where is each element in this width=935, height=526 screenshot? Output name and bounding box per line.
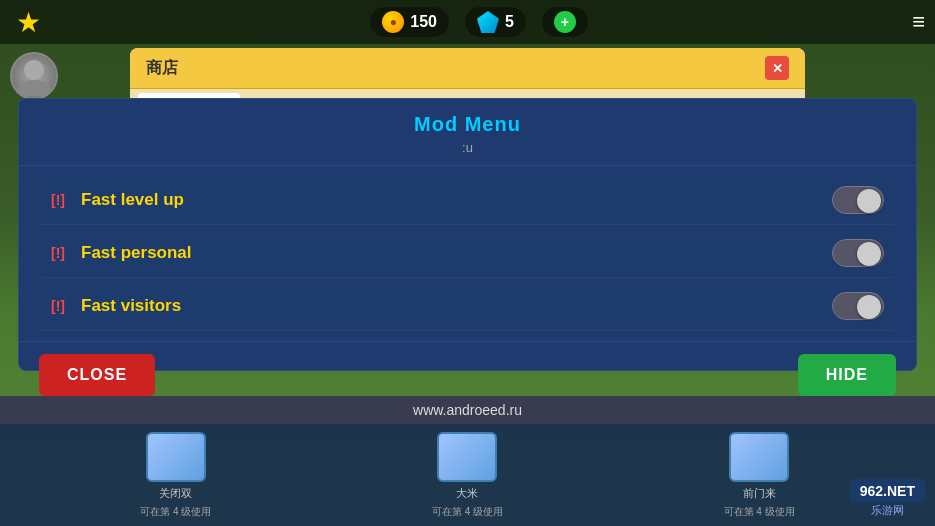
bottom-item-label-2: 前门来 bbox=[743, 486, 776, 501]
bottom-item-img-2 bbox=[729, 432, 789, 482]
mod-menu-item-fast-level-up: [!] Fast level up bbox=[39, 176, 896, 225]
toggle-fast-level-up[interactable] bbox=[832, 186, 884, 214]
bottom-item-1: 大米 可在第 4 级使用 bbox=[432, 432, 503, 519]
mod-menu-header: Mod Menu :u bbox=[19, 99, 916, 166]
bottom-item-img-1 bbox=[437, 432, 497, 482]
mod-item-label-fast-level-up: Fast level up bbox=[81, 190, 184, 210]
avatar bbox=[10, 52, 58, 100]
mod-menu-subtitle: :u bbox=[39, 140, 896, 155]
toggle-knob-1 bbox=[857, 189, 881, 213]
bottom-item-sublabel-1: 可在第 4 级使用 bbox=[432, 505, 503, 519]
coin-icon: ● bbox=[382, 11, 404, 33]
toggle-knob-2 bbox=[857, 242, 881, 266]
mod-item-badge-1: [!] bbox=[51, 192, 71, 208]
watermark-main: 962.NET bbox=[850, 479, 925, 503]
coin-currency: ● 150 bbox=[370, 7, 449, 37]
bottom-area: www.androeed.ru 关闭双 可在第 4 级使用 大米 可在第 4 级… bbox=[0, 396, 935, 526]
mod-menu-overlay: Mod Menu :u [!] Fast level up [!] Fast p… bbox=[18, 98, 917, 371]
bottom-items-list: 关闭双 可在第 4 级使用 大米 可在第 4 级使用 前门来 可在第 4 级使用 bbox=[0, 424, 935, 526]
star-icon: ★ bbox=[10, 4, 46, 40]
bottom-item-0: 关闭双 可在第 4 级使用 bbox=[140, 432, 211, 519]
mod-menu-item-fast-visitors: [!] Fast visitors bbox=[39, 282, 896, 331]
mod-menu-title: Mod Menu bbox=[39, 113, 896, 136]
toggle-knob-3 bbox=[857, 295, 881, 319]
gem-currency: 5 bbox=[465, 7, 526, 37]
mod-menu-footer: CLOSE HIDE bbox=[19, 341, 916, 408]
coin-value: 150 bbox=[410, 13, 437, 31]
gem-icon bbox=[477, 11, 499, 33]
close-button[interactable]: CLOSE bbox=[39, 354, 155, 396]
bottom-item-sublabel-2: 可在第 4 级使用 bbox=[724, 505, 795, 519]
mod-menu-body: [!] Fast level up [!] Fast personal [!] … bbox=[19, 166, 916, 341]
gem-value: 5 bbox=[505, 13, 514, 31]
mod-item-badge-2: [!] bbox=[51, 245, 71, 261]
shop-header: 商店 ✕ bbox=[130, 48, 805, 89]
mod-item-left-1: [!] Fast level up bbox=[51, 190, 184, 210]
mod-item-left-2: [!] Fast personal bbox=[51, 243, 192, 263]
svg-point-0 bbox=[24, 60, 44, 80]
health-icon: + bbox=[554, 11, 576, 33]
shop-title: 商店 bbox=[146, 58, 178, 79]
bottom-item-img-0 bbox=[146, 432, 206, 482]
svg-point-1 bbox=[16, 80, 52, 96]
watermark: 962.NET 乐游网 bbox=[850, 479, 925, 518]
bottom-item-2: 前门来 可在第 4 级使用 bbox=[724, 432, 795, 519]
hud-right: ≡ bbox=[912, 9, 925, 35]
health-currency: + bbox=[542, 7, 588, 37]
bottom-item-label-0: 关闭双 bbox=[159, 486, 192, 501]
mod-item-label-fast-personal: Fast personal bbox=[81, 243, 192, 263]
toggle-fast-personal[interactable] bbox=[832, 239, 884, 267]
bottom-item-label-1: 大米 bbox=[456, 486, 478, 501]
mod-item-left-3: [!] Fast visitors bbox=[51, 296, 181, 316]
hud-center: ● 150 5 + bbox=[370, 7, 588, 37]
shop-close-button[interactable]: ✕ bbox=[765, 56, 789, 80]
mod-item-badge-3: [!] bbox=[51, 298, 71, 314]
mod-menu-item-fast-personal: [!] Fast personal bbox=[39, 229, 896, 278]
toggle-fast-visitors[interactable] bbox=[832, 292, 884, 320]
mod-item-label-fast-visitors: Fast visitors bbox=[81, 296, 181, 316]
hud-left: ★ bbox=[10, 4, 46, 40]
hud-bar: ★ ● 150 5 + ≡ bbox=[0, 0, 935, 44]
hamburger-menu-icon[interactable]: ≡ bbox=[912, 9, 925, 35]
hide-button[interactable]: HIDE bbox=[798, 354, 896, 396]
bottom-item-sublabel-0: 可在第 4 级使用 bbox=[140, 505, 211, 519]
watermark-sub: 乐游网 bbox=[850, 503, 925, 518]
